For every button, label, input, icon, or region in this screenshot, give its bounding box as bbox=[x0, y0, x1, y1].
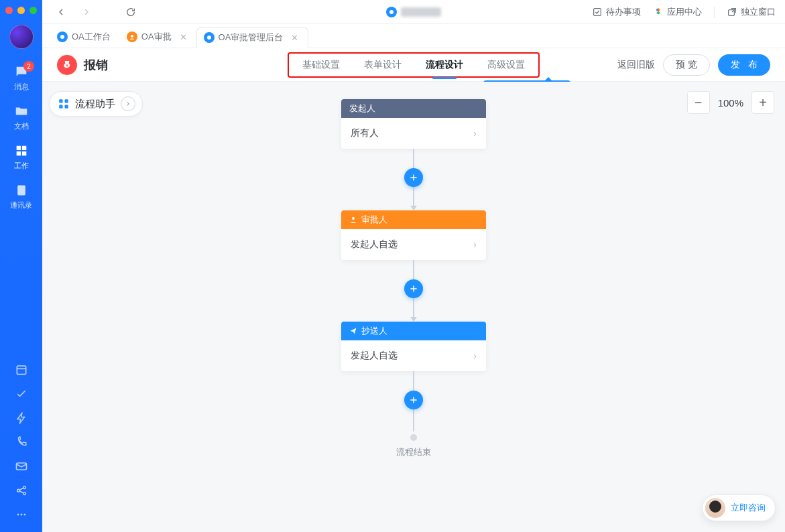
page-header: ¥ 报销 基础设置 表单设计 流程设计 高级设置 返回旧版 预 览 发 布 在这… bbox=[42, 48, 785, 82]
sidebar-item-label: 工作 bbox=[14, 161, 29, 171]
app-sidebar: 2 消息 文档 工作 通讯录 bbox=[0, 0, 42, 532]
sidebar-item-work[interactable]: 工作 bbox=[0, 137, 42, 177]
add-node-button[interactable] bbox=[404, 168, 423, 187]
flow-canvas[interactable]: 流程助手 − 100% + 发起人 所有人 › bbox=[42, 82, 785, 532]
folder-icon bbox=[14, 104, 29, 119]
svg-rect-17 bbox=[59, 105, 62, 109]
sidebar-item-messages[interactable]: 2 消息 bbox=[0, 58, 42, 98]
sidebar-calendar-button[interactable] bbox=[0, 358, 42, 382]
tab-oa-approval-admin[interactable]: OA审批管理后台 ✕ bbox=[196, 27, 309, 48]
flow-helper-button[interactable]: 流程助手 bbox=[49, 91, 143, 117]
person-icon bbox=[349, 216, 357, 224]
flow-node-initiator[interactable]: 发起人 所有人 › bbox=[341, 99, 486, 149]
node-body: 所有人 bbox=[351, 127, 379, 139]
svg-rect-16 bbox=[65, 99, 68, 103]
sidebar-more-button[interactable] bbox=[0, 503, 42, 527]
sidebar-item-contacts[interactable]: 通讯录 bbox=[0, 177, 42, 216]
svg-rect-0 bbox=[17, 186, 25, 196]
address-blur bbox=[401, 7, 441, 17]
tab-icon bbox=[57, 31, 68, 42]
sidebar-bottom bbox=[0, 358, 42, 532]
back-old-version-link[interactable]: 返回旧版 bbox=[617, 59, 655, 71]
svg-point-8 bbox=[23, 514, 25, 516]
svg-rect-1 bbox=[17, 366, 25, 375]
svg-point-19 bbox=[352, 217, 355, 220]
design-tab-basic[interactable]: 基础设置 bbox=[290, 55, 352, 75]
todo-label: 待办事项 bbox=[606, 6, 641, 18]
browser-toolbar: 待办事项 应用中心 独立窗口 bbox=[42, 0, 785, 24]
maximize-window-button[interactable] bbox=[29, 7, 37, 14]
minimize-window-button[interactable] bbox=[17, 7, 25, 14]
zoom-controls: − 100% + bbox=[687, 91, 774, 114]
publish-button[interactable]: 发 布 bbox=[718, 54, 770, 76]
node-title: 审批人 bbox=[361, 214, 387, 226]
send-icon bbox=[349, 327, 357, 335]
detach-window-link[interactable]: 独立窗口 bbox=[727, 6, 776, 18]
sidebar-phone-button[interactable] bbox=[0, 430, 42, 454]
sidebar-item-docs[interactable]: 文档 bbox=[0, 98, 42, 137]
sidebar-item-label: 消息 bbox=[14, 82, 29, 92]
svg-text:¥: ¥ bbox=[66, 62, 68, 67]
tab-oa-approval[interactable]: OA审批 ✕ bbox=[120, 26, 196, 48]
nav-back-button[interactable] bbox=[52, 3, 70, 21]
sidebar-item-label: 文档 bbox=[14, 121, 29, 131]
svg-point-6 bbox=[17, 514, 19, 516]
design-tabs-highlight: 基础设置 表单设计 流程设计 高级设置 bbox=[288, 52, 540, 78]
sidebar-share-button[interactable] bbox=[0, 478, 42, 503]
support-avatar bbox=[705, 498, 725, 518]
flow-end-label: 流程结束 bbox=[396, 446, 431, 458]
sidebar-tasks-button[interactable] bbox=[0, 382, 42, 406]
preview-button[interactable]: 预 览 bbox=[663, 54, 710, 76]
support-chat-button[interactable]: 立即咨询 bbox=[702, 494, 776, 521]
svg-point-12 bbox=[131, 35, 133, 38]
flow-connector bbox=[413, 371, 414, 391]
page-icon: ¥ bbox=[57, 55, 77, 75]
svg-point-7 bbox=[20, 514, 22, 516]
design-tab-form[interactable]: 表单设计 bbox=[352, 55, 414, 75]
user-avatar[interactable] bbox=[9, 25, 34, 49]
node-title: 抄送人 bbox=[361, 325, 387, 337]
sidebar-item-label: 通讯录 bbox=[10, 200, 32, 210]
zoom-in-button[interactable]: + bbox=[751, 91, 774, 114]
zoom-out-button[interactable]: − bbox=[687, 91, 710, 114]
svg-point-11 bbox=[60, 35, 64, 39]
page-tabs: OA工作台 OA审批 ✕ OA审批管理后台 ✕ bbox=[42, 24, 785, 48]
app-center-label: 应用中心 bbox=[667, 6, 702, 18]
flow-connector bbox=[413, 297, 414, 318]
flow-node-approver[interactable]: 审批人 发起人自选 › bbox=[341, 210, 486, 260]
sidebar-flash-button[interactable] bbox=[0, 406, 42, 430]
zoom-value: 100% bbox=[718, 97, 743, 109]
detach-label: 独立窗口 bbox=[741, 6, 776, 18]
design-tab-advanced[interactable]: 高级设置 bbox=[475, 55, 537, 75]
flow-connector bbox=[413, 260, 414, 280]
messages-badge: 2 bbox=[23, 61, 34, 72]
app-logo-icon bbox=[386, 7, 397, 17]
chevron-right-icon bbox=[121, 96, 135, 111]
close-window-button[interactable] bbox=[5, 7, 13, 14]
todo-link[interactable]: 待办事项 bbox=[592, 6, 641, 18]
chevron-right-icon: › bbox=[473, 239, 477, 250]
design-tab-flow[interactable]: 流程设计 bbox=[414, 55, 475, 75]
svg-rect-15 bbox=[59, 99, 62, 103]
tab-icon bbox=[127, 31, 137, 42]
flow-diagram: 发起人 所有人 › 审批人 发起人自选 bbox=[341, 99, 486, 458]
nav-reload-button[interactable] bbox=[121, 3, 140, 21]
svg-rect-18 bbox=[65, 105, 68, 109]
add-node-button[interactable] bbox=[404, 279, 423, 298]
main-area: 待办事项 应用中心 独立窗口 OA工作台 OA审批 bbox=[42, 0, 785, 532]
flow-connector bbox=[413, 409, 414, 431]
tab-close-button[interactable]: ✕ bbox=[180, 32, 187, 42]
sidebar-mail-button[interactable] bbox=[0, 454, 42, 478]
add-node-button[interactable] bbox=[404, 391, 423, 409]
toolbar-separator bbox=[714, 7, 715, 17]
tab-label: OA工作台 bbox=[72, 31, 111, 43]
flow-node-cc[interactable]: 抄送人 发起人自选 › bbox=[341, 322, 486, 371]
tab-close-button[interactable]: ✕ bbox=[291, 33, 298, 43]
flow-arrow-icon bbox=[410, 317, 417, 322]
tab-oa-workbench[interactable]: OA工作台 bbox=[50, 26, 120, 48]
tab-label: OA审批 bbox=[141, 31, 172, 43]
nav-forward-button[interactable] bbox=[77, 3, 96, 21]
chevron-right-icon: › bbox=[473, 350, 477, 361]
node-body: 发起人自选 bbox=[351, 239, 398, 251]
app-center-link[interactable]: 应用中心 bbox=[653, 6, 702, 18]
